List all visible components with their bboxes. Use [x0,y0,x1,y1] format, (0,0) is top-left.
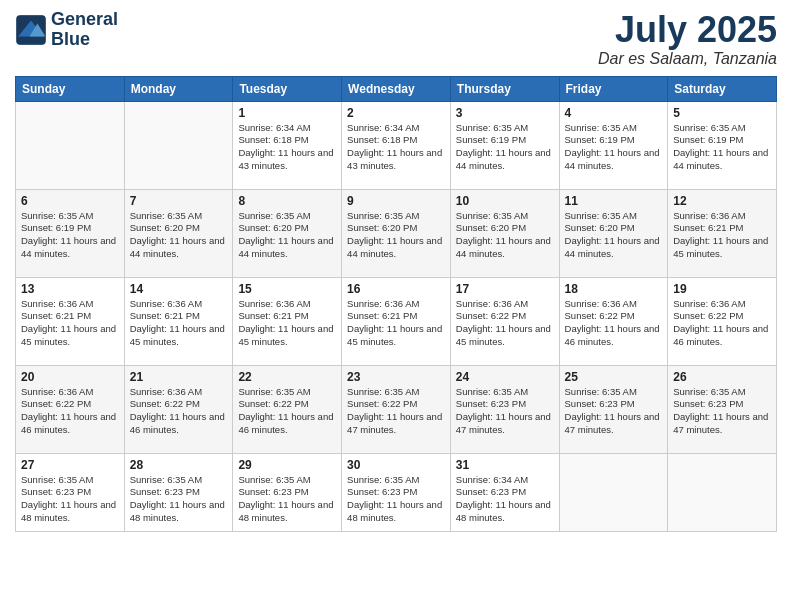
day-number: 11 [565,194,663,208]
weekday-header-tuesday: Tuesday [233,76,342,101]
weekday-header-wednesday: Wednesday [342,76,451,101]
day-info: Sunrise: 6:35 AM Sunset: 6:20 PM Dayligh… [238,210,336,261]
calendar-cell: 22Sunrise: 6:35 AM Sunset: 6:22 PM Dayli… [233,365,342,453]
calendar-cell: 1Sunrise: 6:34 AM Sunset: 6:18 PM Daylig… [233,101,342,189]
day-number: 20 [21,370,119,384]
day-info: Sunrise: 6:34 AM Sunset: 6:18 PM Dayligh… [347,122,445,173]
logo-text: General Blue [51,10,118,50]
day-info: Sunrise: 6:36 AM Sunset: 6:22 PM Dayligh… [673,298,771,349]
calendar-cell: 29Sunrise: 6:35 AM Sunset: 6:23 PM Dayli… [233,453,342,531]
calendar-body: 1Sunrise: 6:34 AM Sunset: 6:18 PM Daylig… [16,101,777,531]
calendar-cell: 9Sunrise: 6:35 AM Sunset: 6:20 PM Daylig… [342,189,451,277]
calendar-cell: 27Sunrise: 6:35 AM Sunset: 6:23 PM Dayli… [16,453,125,531]
calendar-cell: 20Sunrise: 6:36 AM Sunset: 6:22 PM Dayli… [16,365,125,453]
day-info: Sunrise: 6:36 AM Sunset: 6:21 PM Dayligh… [238,298,336,349]
calendar-cell: 23Sunrise: 6:35 AM Sunset: 6:22 PM Dayli… [342,365,451,453]
day-info: Sunrise: 6:35 AM Sunset: 6:22 PM Dayligh… [347,386,445,437]
day-number: 2 [347,106,445,120]
day-number: 12 [673,194,771,208]
day-info: Sunrise: 6:35 AM Sunset: 6:23 PM Dayligh… [673,386,771,437]
calendar-cell: 28Sunrise: 6:35 AM Sunset: 6:23 PM Dayli… [124,453,233,531]
day-number: 13 [21,282,119,296]
logo-line2: Blue [51,30,118,50]
calendar-cell: 10Sunrise: 6:35 AM Sunset: 6:20 PM Dayli… [450,189,559,277]
day-info: Sunrise: 6:35 AM Sunset: 6:20 PM Dayligh… [456,210,554,261]
day-info: Sunrise: 6:36 AM Sunset: 6:22 PM Dayligh… [130,386,228,437]
day-info: Sunrise: 6:36 AM Sunset: 6:22 PM Dayligh… [456,298,554,349]
header: General Blue July 2025 Dar es Salaam, Ta… [15,10,777,68]
day-info: Sunrise: 6:35 AM Sunset: 6:19 PM Dayligh… [565,122,663,173]
logo-icon [15,14,47,46]
day-number: 1 [238,106,336,120]
day-number: 16 [347,282,445,296]
calendar-header: SundayMondayTuesdayWednesdayThursdayFrid… [16,76,777,101]
day-info: Sunrise: 6:35 AM Sunset: 6:19 PM Dayligh… [456,122,554,173]
day-number: 25 [565,370,663,384]
logo: General Blue [15,10,118,50]
calendar-cell: 26Sunrise: 6:35 AM Sunset: 6:23 PM Dayli… [668,365,777,453]
day-number: 31 [456,458,554,472]
weekday-header-saturday: Saturday [668,76,777,101]
day-number: 8 [238,194,336,208]
calendar-week-2: 6Sunrise: 6:35 AM Sunset: 6:19 PM Daylig… [16,189,777,277]
calendar-cell: 8Sunrise: 6:35 AM Sunset: 6:20 PM Daylig… [233,189,342,277]
calendar-cell [559,453,668,531]
day-info: Sunrise: 6:35 AM Sunset: 6:20 PM Dayligh… [565,210,663,261]
day-number: 28 [130,458,228,472]
day-info: Sunrise: 6:35 AM Sunset: 6:23 PM Dayligh… [21,474,119,525]
main-title: July 2025 [598,10,777,50]
calendar-cell [124,101,233,189]
day-number: 30 [347,458,445,472]
calendar-cell: 19Sunrise: 6:36 AM Sunset: 6:22 PM Dayli… [668,277,777,365]
day-number: 27 [21,458,119,472]
logo-line1: General [51,10,118,30]
calendar-cell: 11Sunrise: 6:35 AM Sunset: 6:20 PM Dayli… [559,189,668,277]
title-block: July 2025 Dar es Salaam, Tanzania [598,10,777,68]
day-number: 9 [347,194,445,208]
calendar-cell: 16Sunrise: 6:36 AM Sunset: 6:21 PM Dayli… [342,277,451,365]
calendar-cell: 18Sunrise: 6:36 AM Sunset: 6:22 PM Dayli… [559,277,668,365]
weekday-header-monday: Monday [124,76,233,101]
day-info: Sunrise: 6:35 AM Sunset: 6:23 PM Dayligh… [456,386,554,437]
day-number: 23 [347,370,445,384]
day-info: Sunrise: 6:36 AM Sunset: 6:22 PM Dayligh… [565,298,663,349]
calendar-week-4: 20Sunrise: 6:36 AM Sunset: 6:22 PM Dayli… [16,365,777,453]
calendar-week-5: 27Sunrise: 6:35 AM Sunset: 6:23 PM Dayli… [16,453,777,531]
day-info: Sunrise: 6:34 AM Sunset: 6:18 PM Dayligh… [238,122,336,173]
calendar-cell: 14Sunrise: 6:36 AM Sunset: 6:21 PM Dayli… [124,277,233,365]
day-info: Sunrise: 6:34 AM Sunset: 6:23 PM Dayligh… [456,474,554,525]
calendar-cell: 30Sunrise: 6:35 AM Sunset: 6:23 PM Dayli… [342,453,451,531]
day-info: Sunrise: 6:36 AM Sunset: 6:21 PM Dayligh… [21,298,119,349]
calendar-cell: 21Sunrise: 6:36 AM Sunset: 6:22 PM Dayli… [124,365,233,453]
day-number: 3 [456,106,554,120]
day-number: 15 [238,282,336,296]
calendar-cell: 2Sunrise: 6:34 AM Sunset: 6:18 PM Daylig… [342,101,451,189]
day-info: Sunrise: 6:36 AM Sunset: 6:21 PM Dayligh… [347,298,445,349]
day-number: 6 [21,194,119,208]
day-number: 10 [456,194,554,208]
calendar-cell: 4Sunrise: 6:35 AM Sunset: 6:19 PM Daylig… [559,101,668,189]
day-number: 22 [238,370,336,384]
weekday-header-thursday: Thursday [450,76,559,101]
page: General Blue July 2025 Dar es Salaam, Ta… [0,0,792,612]
day-info: Sunrise: 6:35 AM Sunset: 6:22 PM Dayligh… [238,386,336,437]
day-number: 19 [673,282,771,296]
calendar-week-3: 13Sunrise: 6:36 AM Sunset: 6:21 PM Dayli… [16,277,777,365]
calendar-cell: 6Sunrise: 6:35 AM Sunset: 6:19 PM Daylig… [16,189,125,277]
day-number: 4 [565,106,663,120]
day-info: Sunrise: 6:36 AM Sunset: 6:21 PM Dayligh… [130,298,228,349]
calendar-cell [16,101,125,189]
calendar-cell [668,453,777,531]
weekday-header-friday: Friday [559,76,668,101]
day-number: 24 [456,370,554,384]
day-info: Sunrise: 6:35 AM Sunset: 6:23 PM Dayligh… [238,474,336,525]
day-number: 17 [456,282,554,296]
calendar-cell: 24Sunrise: 6:35 AM Sunset: 6:23 PM Dayli… [450,365,559,453]
day-number: 26 [673,370,771,384]
day-number: 14 [130,282,228,296]
calendar-cell: 12Sunrise: 6:36 AM Sunset: 6:21 PM Dayli… [668,189,777,277]
calendar-cell: 31Sunrise: 6:34 AM Sunset: 6:23 PM Dayli… [450,453,559,531]
calendar-cell: 5Sunrise: 6:35 AM Sunset: 6:19 PM Daylig… [668,101,777,189]
day-number: 18 [565,282,663,296]
calendar-cell: 25Sunrise: 6:35 AM Sunset: 6:23 PM Dayli… [559,365,668,453]
